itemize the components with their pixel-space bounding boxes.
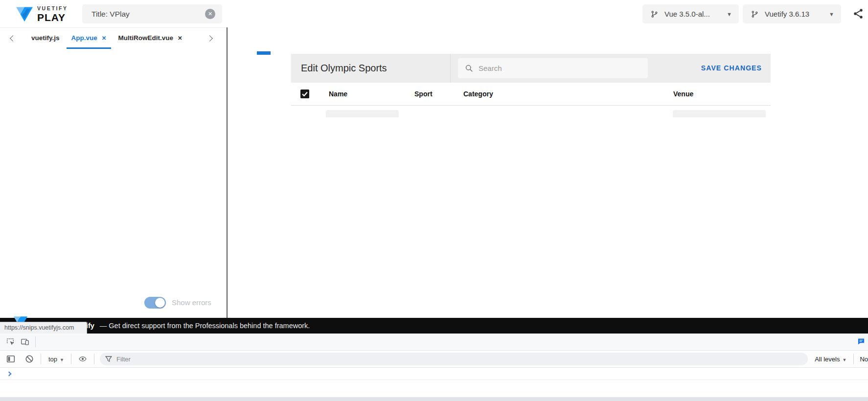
brand-wordmark: VUETIFY PLAY bbox=[37, 6, 68, 22]
toolbar-separator bbox=[35, 336, 36, 347]
chevron-down-icon: ▼ bbox=[829, 11, 834, 17]
console-toolbar: top▼ Filter All levels▼ No bbox=[0, 351, 868, 368]
save-changes-button[interactable]: SAVE CHANGES bbox=[701, 54, 762, 83]
toolbar-divider bbox=[450, 54, 451, 83]
venue-field-stub bbox=[673, 110, 766, 117]
log-levels-select[interactable]: All levels▼ bbox=[815, 356, 846, 363]
inspect-element-icon[interactable] bbox=[6, 337, 15, 346]
toolbar-separator bbox=[94, 354, 94, 364]
console-prompt[interactable] bbox=[0, 368, 868, 380]
promo-banner[interactable]: Vuetify— Get direct support from the Pro… bbox=[0, 318, 868, 334]
vue-version-select[interactable]: Vue 3.5.0-al... ▼ bbox=[642, 4, 739, 23]
search-icon bbox=[465, 64, 473, 72]
playground-title-input[interactable]: Title: VPlay ✕ bbox=[82, 4, 222, 23]
status-url-bubble: https://snips.vuetifyjs.com bbox=[0, 322, 87, 334]
live-expression-eye-icon[interactable] bbox=[78, 355, 87, 363]
editor-tab-label: MultiRowEdit.vue bbox=[118, 34, 173, 42]
status-url: https://snips.vuetifyjs.com bbox=[0, 322, 87, 333]
search-placeholder: Search bbox=[479, 58, 502, 78]
editor-tab-vuetify-js[interactable]: vuetify.js bbox=[25, 27, 66, 49]
column-header-category[interactable]: Category bbox=[463, 90, 493, 98]
editor-tabbar: vuetify.jsApp.vue✕MultiRowEdit.vue✕ bbox=[25, 27, 188, 49]
table-row-partial bbox=[291, 106, 771, 117]
code-editor[interactable] bbox=[0, 49, 227, 318]
editor-tab-label: App.vue bbox=[71, 34, 97, 42]
table-header-row: Name Sport Category Venue bbox=[291, 83, 771, 106]
chevron-down-icon: ▼ bbox=[60, 357, 64, 362]
console-sidebar-icon[interactable] bbox=[6, 355, 15, 363]
column-header-venue[interactable]: Venue bbox=[673, 90, 693, 98]
vuetify-version-select[interactable]: Vuetify 3.6.13 ▼ bbox=[743, 4, 841, 23]
window-bottom-strip bbox=[0, 397, 868, 401]
toolbar-separator bbox=[71, 354, 71, 364]
chevron-down-icon: ▼ bbox=[727, 11, 732, 17]
brand-bottom: PLAY bbox=[37, 12, 68, 22]
card-title: Edit Olympic Sports bbox=[301, 54, 387, 83]
issues-counter-clipped[interactable]: No bbox=[860, 356, 868, 363]
banner-text: Vuetify— Get direct support from the Pro… bbox=[71, 318, 310, 334]
tabs-scroll-right-icon[interactable] bbox=[206, 35, 213, 42]
editor-tab-multirowedit-vue[interactable]: MultiRowEdit.vue✕ bbox=[112, 27, 188, 49]
select-all-checkbox[interactable] bbox=[300, 89, 309, 98]
editor-tab-app-vue[interactable]: App.vue✕ bbox=[66, 27, 113, 49]
column-header-name[interactable]: Name bbox=[329, 90, 347, 98]
git-branch-icon bbox=[751, 10, 758, 18]
title-input-value: Title: VPlay bbox=[91, 4, 130, 23]
console-filter-input[interactable]: Filter bbox=[100, 353, 808, 365]
device-toolbar-icon[interactable] bbox=[21, 337, 29, 346]
feedback-chat-icon[interactable] bbox=[857, 338, 865, 345]
toggle-thumb bbox=[155, 298, 165, 308]
preview-pane: Edit Olympic Sports Search SAVE CHANGES … bbox=[228, 27, 868, 318]
editor-tab-label: vuetify.js bbox=[31, 34, 60, 42]
git-branch-icon bbox=[651, 10, 658, 18]
olympic-sports-card: Edit Olympic Sports Search SAVE CHANGES … bbox=[291, 54, 771, 289]
filter-placeholder: Filter bbox=[116, 356, 131, 363]
devtools-panel: top▼ Filter All levels▼ No bbox=[0, 334, 868, 401]
brand-top: VUETIFY bbox=[37, 6, 68, 11]
app-header: VUETIFY PLAY Title: VPlay ✕ Vue 3.5.0-al… bbox=[0, 0, 868, 28]
column-header-sport[interactable]: Sport bbox=[414, 90, 433, 98]
filter-funnel-icon bbox=[105, 356, 112, 362]
context-selector[interactable]: top▼ bbox=[48, 356, 64, 363]
chevron-down-icon: ▼ bbox=[842, 357, 846, 362]
vuetify-play-window: VUETIFY PLAY Title: VPlay ✕ Vue 3.5.0-al… bbox=[0, 0, 868, 401]
clear-console-icon[interactable] bbox=[25, 355, 34, 363]
show-errors-toggle[interactable] bbox=[144, 297, 166, 309]
vuetify-logo-icon bbox=[16, 6, 33, 22]
devtools-tabbar bbox=[0, 334, 868, 351]
name-field-stub bbox=[326, 110, 399, 117]
close-tab-icon[interactable]: ✕ bbox=[102, 35, 107, 41]
share-icon[interactable] bbox=[852, 8, 864, 20]
render-artifact bbox=[257, 51, 271, 55]
close-tab-icon[interactable]: ✕ bbox=[178, 35, 183, 41]
search-input[interactable]: Search bbox=[458, 58, 648, 78]
card-toolbar: Edit Olympic Sports Search SAVE CHANGES bbox=[291, 54, 771, 83]
console-prompt-chevron-icon bbox=[7, 372, 12, 377]
tabs-scroll-left-icon[interactable] bbox=[10, 35, 16, 42]
vuetify-version-label: Vuetify 3.6.13 bbox=[765, 10, 809, 18]
clear-title-icon[interactable]: ✕ bbox=[205, 9, 215, 19]
toolbar-separator bbox=[853, 354, 854, 364]
toolbar-separator bbox=[41, 354, 41, 364]
vue-version-label: Vue 3.5.0-al... bbox=[664, 10, 710, 18]
show-errors-label: Show errors bbox=[172, 298, 211, 307]
